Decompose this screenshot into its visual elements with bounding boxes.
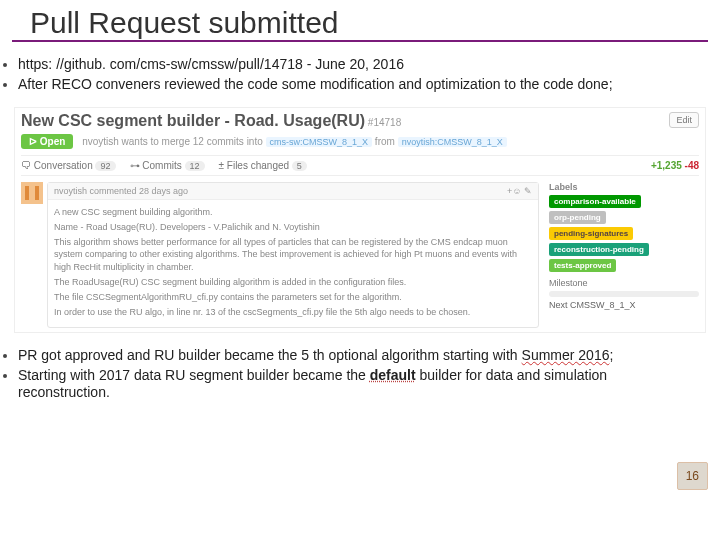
diff-stats: +1,235 -48 (651, 160, 699, 171)
pr-number: #14718 (368, 117, 401, 128)
pr-state-badge: ᐅ Open (21, 134, 73, 149)
tab-files[interactable]: ± Files changed 5 (219, 160, 307, 171)
bullet-item: PR got approved and RU builder became th… (18, 347, 660, 365)
label-item[interactable]: reconstruction-pending (549, 243, 649, 256)
milestone-progress (549, 291, 699, 297)
label-item[interactable]: pending-signatures (549, 227, 633, 240)
label-item[interactable]: comparison-available (549, 195, 641, 208)
labels-heading: Labels (549, 182, 699, 192)
tab-commits[interactable]: ⊶ Commits 12 (130, 160, 205, 171)
avatar[interactable] (21, 182, 43, 204)
comment-body: A new CSC segment building algorithm. Na… (48, 200, 538, 327)
bottom-bullets: PR got approved and RU builder became th… (0, 347, 720, 402)
label-item[interactable]: orp-pending (549, 211, 606, 224)
bullet-item: Starting with 2017 data RU segment build… (18, 367, 660, 402)
tab-conversation[interactable]: 🗨 Conversation 92 (21, 160, 116, 171)
bullet-item: https: //github. com/cms-sw/cmssw/pull/1… (18, 56, 702, 74)
edit-button[interactable]: Edit (669, 112, 699, 128)
top-bullets: https: //github. com/cms-sw/cmssw/pull/1… (0, 56, 720, 93)
comment-header: nvoytish commented 28 days ago +☺ ✎ (48, 183, 538, 200)
sidebar: Labels comparison-available orp-pending … (549, 182, 699, 328)
label-item[interactable]: tests-approved (549, 259, 616, 272)
pr-title[interactable]: New CSC segment builder - Road. Usage(RU… (21, 112, 365, 129)
base-branch[interactable]: cms-sw:CMSSW_8_1_X (266, 137, 373, 147)
merge-summary: nvoytish wants to merge 12 commits into … (82, 136, 507, 147)
milestone-heading: Milestone (549, 278, 699, 288)
head-branch[interactable]: nvoytish:CMSSW_8_1_X (398, 137, 507, 147)
page-number: 16 (677, 462, 708, 490)
bullet-item: After RECO conveners reviewed the code s… (18, 76, 702, 94)
milestone-value[interactable]: Next CMSSW_8_1_X (549, 300, 699, 310)
pr-tabs: 🗨 Conversation 92 ⊶ Commits 12 ± Files c… (21, 155, 699, 176)
comment-actions[interactable]: +☺ ✎ (507, 186, 532, 196)
github-screenshot: Edit New CSC segment builder - Road. Usa… (14, 107, 706, 333)
slide-title: Pull Request submitted (12, 0, 708, 42)
